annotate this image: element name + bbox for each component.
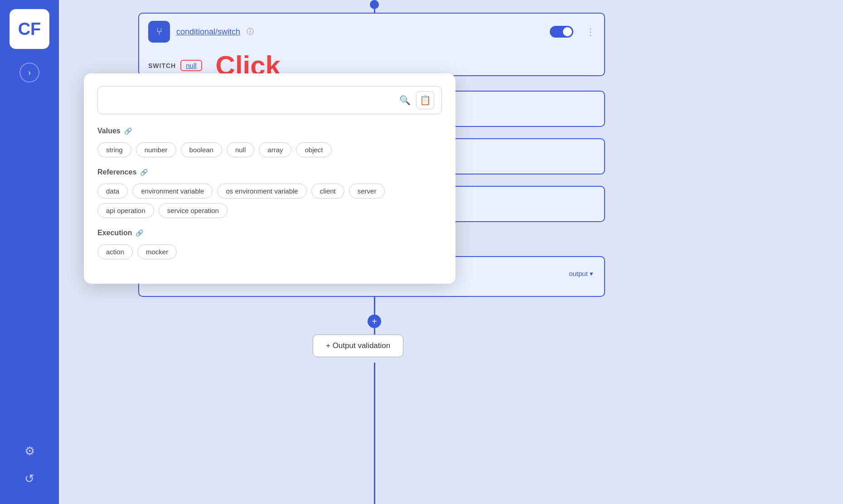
tag-os-environment-variable[interactable]: os environment variable: [217, 184, 306, 199]
tag-api-operation[interactable]: api operation: [97, 203, 154, 218]
output-validation-button[interactable]: + Output validation: [313, 334, 403, 357]
null-badge[interactable]: null: [180, 60, 202, 71]
search-icon: 🔍: [399, 95, 411, 106]
tag-server[interactable]: server: [349, 184, 385, 199]
tag-array[interactable]: array: [259, 142, 291, 157]
tag-service-operation[interactable]: service operation: [159, 203, 228, 218]
values-section-title: Values 🔗: [97, 127, 442, 135]
node-header: ⑂ conditional/switch ⓘ ⋮: [139, 14, 604, 50]
info-icon: ⓘ: [247, 27, 254, 37]
search-input[interactable]: [105, 96, 394, 105]
values-tags-row: string number boolean null array object: [97, 142, 442, 157]
connector-line-6: [374, 328, 375, 334]
execution-section-title: Execution 🔗: [97, 229, 442, 237]
tag-action[interactable]: action: [97, 244, 133, 259]
logo-box: CF: [10, 9, 49, 49]
connector-line-bottom: [374, 363, 375, 504]
main-node-card: ⑂ conditional/switch ⓘ ⋮ SWITCH null Cli…: [138, 13, 605, 76]
node-title-link[interactable]: conditional/switch: [176, 27, 240, 37]
references-tags-row: data environment variable os environment…: [97, 184, 442, 218]
tag-environment-variable[interactable]: environment variable: [132, 184, 213, 199]
node-icon: ⑂: [148, 21, 170, 43]
tag-number[interactable]: number: [136, 142, 176, 157]
clipboard-button[interactable]: 📋: [416, 91, 434, 109]
execution-link-icon: 🔗: [136, 229, 143, 237]
tag-object[interactable]: object: [296, 142, 331, 157]
references-link-icon: 🔗: [140, 169, 148, 176]
tag-boolean[interactable]: boolean: [181, 142, 222, 157]
search-bar: 🔍 📋: [97, 86, 442, 114]
logo-icon: CF: [18, 19, 41, 39]
nav-arrow-button[interactable]: ›: [19, 63, 39, 82]
settings-icon[interactable]: ⚙: [24, 444, 35, 458]
references-section-title: References 🔗: [97, 168, 442, 176]
execution-tags-row: action mocker: [97, 244, 442, 259]
values-link-icon: 🔗: [124, 127, 132, 135]
node-toggle[interactable]: [550, 26, 573, 38]
tag-client[interactable]: client: [311, 184, 344, 199]
refresh-icon[interactable]: ↺: [24, 472, 34, 486]
tag-null[interactable]: null: [227, 142, 254, 157]
node-menu-icon[interactable]: ⋮: [586, 26, 595, 37]
sidebar-bottom: ⚙ ↺: [24, 444, 35, 486]
tag-mocker[interactable]: mocker: [137, 244, 177, 259]
sidebar: CF › ⚙ ↺: [0, 0, 59, 504]
popup-panel: 🔍 📋 Values 🔗 string number boolean null …: [84, 73, 455, 284]
add-node-button[interactable]: +: [368, 315, 381, 328]
tag-string[interactable]: string: [97, 142, 131, 157]
tag-data[interactable]: data: [97, 184, 128, 199]
canvas: ⑂ conditional/switch ⓘ ⋮ SWITCH null Cli…: [59, 0, 843, 504]
switch-label: SWITCH: [148, 62, 176, 69]
